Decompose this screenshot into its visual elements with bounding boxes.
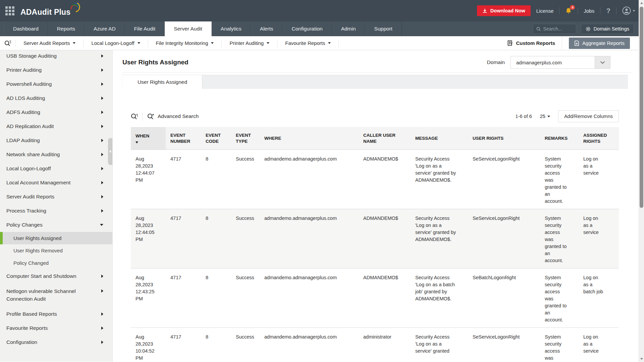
- sidebar-item-netlogon-schannel-audit[interactable]: Netlogon vulnerable Schannel Connection …: [0, 283, 112, 307]
- column-header-user-rights[interactable]: USER RIGHTS: [468, 127, 540, 150]
- sidebar-item-adfs-auditing[interactable]: ADFS Auditing: [0, 105, 112, 119]
- chevron-right-icon: [101, 82, 103, 86]
- column-header-caller-user-name[interactable]: CALLER USER NAME: [359, 127, 411, 150]
- chevron-right-icon: [101, 139, 103, 142]
- tab-user-rights-assigned[interactable]: User Rights Assigned: [122, 75, 202, 89]
- help-icon[interactable]: ?: [606, 7, 610, 15]
- sidebar-item-computer-start-shutdown[interactable]: Computer Start and Shutdown: [0, 269, 112, 283]
- tab-server-audit[interactable]: Server Audit: [165, 21, 211, 36]
- scroll-down-icon[interactable]: [640, 358, 643, 360]
- sidebar-item-printer-auditing[interactable]: Printer Auditing: [0, 63, 112, 77]
- chevron-down-icon: [328, 42, 331, 44]
- gear-icon: [586, 26, 591, 32]
- sidebar-subitem-policy-changed[interactable]: Policy Changed: [0, 257, 112, 269]
- chevron-right-icon: [101, 153, 103, 156]
- sidebar-item-local-account-management[interactable]: Local Account Management: [0, 176, 112, 190]
- domain-select-caret[interactable]: [595, 56, 610, 68]
- sidebar-item-profile-based-reports[interactable]: Profile Based Reports: [0, 307, 112, 321]
- chevron-right-icon: [101, 167, 103, 170]
- sidebar-item-server-audit-reports[interactable]: Server Audit Reports: [0, 190, 112, 204]
- chevron-right-icon: [101, 54, 103, 58]
- menu-favourite-reports[interactable]: Favourite Reports: [277, 39, 339, 47]
- advanced-search-icon[interactable]: [147, 113, 155, 120]
- sidebar-item-network-share-auditing[interactable]: Network share Auditing: [0, 147, 112, 162]
- tab-configuration[interactable]: Configuration: [282, 21, 332, 36]
- chevron-down-icon: [267, 42, 269, 44]
- notifications-bell-icon[interactable]: 4: [565, 7, 572, 14]
- sidebar-item-local-logon-logoff[interactable]: Local Logon-Logoff: [0, 162, 112, 176]
- tab-admin[interactable]: Admin: [332, 21, 365, 36]
- policy-changes-submenu: User Rights Assigned User Rights Removed…: [0, 232, 112, 269]
- column-header-remarks[interactable]: REMARKS: [540, 127, 579, 150]
- divider: [578, 7, 578, 14]
- chevron-right-icon: [101, 275, 103, 278]
- chevron-right-icon: [101, 312, 103, 316]
- global-search-input[interactable]: Search...: [533, 24, 576, 34]
- search-icon: [536, 27, 541, 31]
- divider: [142, 112, 143, 121]
- user-menu[interactable]: [622, 6, 635, 15]
- column-header-message[interactable]: MESSAGE: [411, 127, 468, 150]
- tab-dashboard[interactable]: Dashboard: [4, 21, 48, 36]
- report-search-icon[interactable]: [0, 40, 15, 47]
- sidebar-subitem-user-rights-assigned[interactable]: User Rights Assigned: [0, 232, 112, 244]
- tab-support[interactable]: Support: [365, 21, 402, 36]
- add-remove-columns-button[interactable]: Add/Remove Columns: [558, 110, 619, 122]
- apps-grid-icon[interactable]: [5, 6, 14, 15]
- chevron-right-icon: [101, 125, 103, 128]
- sidebar-item-ad-lds-auditing[interactable]: AD LDS Auditing: [0, 91, 112, 105]
- advanced-search-label[interactable]: Advanced Search: [158, 113, 199, 119]
- sidebar-item-favourite-reports[interactable]: Favourite Reports: [0, 321, 112, 335]
- menu-file-integrity-monitoring[interactable]: File Integrity Monitoring: [148, 39, 222, 47]
- page-size-dropdown[interactable]: 25: [540, 114, 550, 119]
- chevron-right-icon: [101, 181, 103, 184]
- chevron-right-icon: [101, 289, 103, 293]
- sidebar-item-powershell-auditing[interactable]: Powershell Auditing: [0, 77, 112, 91]
- sidebar-item-policy-changes[interactable]: Policy Changes: [0, 218, 112, 232]
- scroll-up-icon[interactable]: [640, 2, 643, 4]
- sidebar-item-ldap-auditing[interactable]: LDAP Auditing: [0, 133, 112, 147]
- divider: [562, 37, 562, 50]
- column-header-event-code[interactable]: EVENT CODE: [201, 127, 231, 150]
- tab-reports[interactable]: Reports: [48, 21, 85, 36]
- column-header-event-type[interactable]: EVENT TYPE: [231, 127, 260, 150]
- topbar: ADAudit Plus Download Now License: [0, 0, 644, 21]
- sidebar-collapse-handle[interactable]: [108, 138, 112, 165]
- column-header-event-number[interactable]: EVENT NUMBER: [166, 127, 201, 150]
- tab-azure-ad[interactable]: Azure AD: [85, 21, 125, 36]
- aggregate-reports-icon: [574, 41, 579, 46]
- tab-file-audit[interactable]: File Audit: [125, 21, 165, 36]
- app-logo[interactable]: ADAudit Plus: [20, 5, 82, 17]
- divider: [616, 7, 616, 14]
- column-header-assigned-rights[interactable]: ASSIGNED RIGHTS: [579, 127, 619, 150]
- sidebar-item-process-tracking[interactable]: Process Tracking: [0, 204, 112, 218]
- main-navbar: Dashboard Reports Azure AD File Audit Se…: [0, 21, 644, 36]
- divider: [122, 72, 633, 73]
- jobs-link[interactable]: Jobs: [584, 8, 594, 14]
- chevron-down-icon: [547, 116, 550, 117]
- license-link[interactable]: License: [536, 8, 554, 14]
- column-search-icon[interactable]: [131, 113, 138, 120]
- sidebar-item-usb-storage-auditing[interactable]: USB Storage Auditing: [0, 50, 112, 63]
- download-now-button[interactable]: Download Now: [477, 5, 531, 16]
- sidebar-item-configuration[interactable]: Configuration: [0, 335, 112, 349]
- tab-alerts[interactable]: Alerts: [251, 21, 283, 36]
- sidebar-subitem-user-rights-removed[interactable]: User Rights Removed: [0, 244, 112, 257]
- chevron-down-icon: [100, 224, 103, 226]
- sort-desc-icon: [136, 141, 138, 143]
- column-header-where[interactable]: WHERE: [260, 127, 359, 150]
- domain-settings-button[interactable]: Domain Settings: [581, 24, 634, 34]
- column-header-when[interactable]: WHEN: [131, 127, 166, 150]
- search-placeholder: Search...: [543, 26, 562, 32]
- domain-select[interactable]: admanagerplus.com: [511, 56, 610, 69]
- chevron-down-icon: [633, 10, 635, 12]
- custom-reports-button[interactable]: Custom Reports: [507, 40, 555, 46]
- tab-analytics[interactable]: Analytics: [212, 21, 251, 36]
- sidebar-item-ad-replication-audit[interactable]: AD Replication Audit: [0, 119, 112, 133]
- menu-printer-auditing[interactable]: Printer Auditing: [221, 39, 277, 47]
- aggregate-reports-button[interactable]: Aggregate Reports: [569, 38, 630, 49]
- menu-local-logon-logoff[interactable]: Local Logon-Logoff: [83, 39, 148, 47]
- scrollbar-thumb[interactable]: [640, 7, 643, 208]
- menu-server-audit-reports[interactable]: Server Audit Reports: [15, 39, 83, 47]
- page-scrollbar[interactable]: [639, 0, 644, 362]
